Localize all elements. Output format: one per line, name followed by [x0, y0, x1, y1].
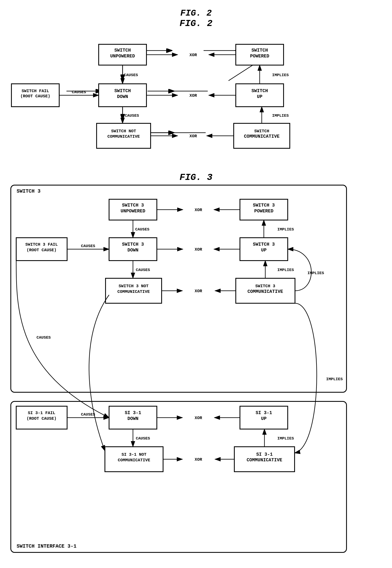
svg-text:DOWN: DOWN: [127, 248, 139, 253]
svg-text:SWITCH 3: SWITCH 3: [122, 203, 144, 208]
svg-text:IMPLIES: IMPLIES: [272, 73, 289, 77]
svg-text:UP: UP: [261, 248, 266, 253]
fig3-diagram: SWITCH 3 UNPOWERED SWITCH 3 POWERED SWIT…: [0, 185, 392, 559]
svg-text:XOR: XOR: [195, 289, 202, 293]
svg-text:UNPOWERED: UNPOWERED: [121, 209, 145, 214]
svg-text:SI 3-1 FAIL: SI 3-1 FAIL: [28, 411, 55, 415]
svg-text:POWERED: POWERED: [254, 209, 273, 214]
svg-text:(ROOT CAUSE): (ROOT CAUSE): [20, 94, 50, 99]
svg-text:SWITCH: SWITCH: [251, 88, 268, 94]
svg-text:UP: UP: [257, 94, 262, 99]
svg-text:CAUSES: CAUSES: [125, 113, 139, 118]
svg-text:XOR: XOR: [189, 134, 197, 138]
svg-text:SI 3-1: SI 3-1: [256, 452, 273, 457]
svg-text:XOR: XOR: [195, 457, 202, 462]
svg-text:IMPLIES: IMPLIES: [277, 268, 294, 272]
svg-text:UP: UP: [261, 416, 266, 421]
svg-text:(ROOT CAUSE): (ROOT CAUSE): [27, 416, 56, 421]
svg-text:SWITCH 3 NOT: SWITCH 3 NOT: [119, 284, 149, 288]
svg-text:CAUSES: CAUSES: [124, 73, 138, 77]
fig2-diagram: SWITCH UNPOWERED SWITCH POWERED SWITCH F…: [0, 31, 392, 164]
svg-text:CAUSES: CAUSES: [136, 268, 150, 272]
svg-text:CAUSES: CAUSES: [81, 412, 95, 417]
svg-text:POWERED: POWERED: [250, 54, 269, 59]
svg-text:DOWN: DOWN: [127, 416, 139, 421]
svg-text:SI 3-1 NOT: SI 3-1 NOT: [122, 452, 146, 457]
svg-text:SI 3-1: SI 3-1: [255, 410, 272, 416]
svg-text:SWITCH: SWITCH: [251, 48, 268, 53]
svg-text:XOR: XOR: [195, 208, 202, 212]
svg-text:SWITCH: SWITCH: [254, 129, 269, 134]
svg-text:SI 3-1: SI 3-1: [125, 410, 141, 416]
svg-text:SWITCH 3: SWITCH 3: [122, 242, 144, 247]
svg-text:SWITCH 3 FAIL: SWITCH 3 FAIL: [25, 242, 58, 247]
fig3-title: FIG. 3: [180, 172, 212, 183]
svg-text:CAUSES: CAUSES: [72, 90, 86, 94]
svg-text:IMPLIES: IMPLIES: [326, 377, 343, 381]
svg-text:COMMUNICATIVE: COMMUNICATIVE: [244, 134, 280, 139]
svg-text:(ROOT CAUSE): (ROOT CAUSE): [27, 248, 56, 253]
svg-text:COMMUNICATIVE: COMMUNICATIVE: [247, 289, 283, 294]
svg-text:COMMUNICATIVE: COMMUNICATIVE: [118, 458, 150, 463]
fig2-title: FIG. 2: [180, 18, 212, 29]
svg-text:COMMUNICATIVE: COMMUNICATIVE: [107, 134, 140, 139]
svg-text:XOR: XOR: [195, 247, 202, 252]
svg-text:XOR: XOR: [189, 93, 197, 98]
svg-text:UNPOWERED: UNPOWERED: [110, 54, 135, 59]
svg-text:DOWN: DOWN: [117, 94, 128, 99]
svg-text:CAUSES: CAUSES: [81, 244, 95, 248]
svg-text:IMPLIES: IMPLIES: [308, 271, 324, 275]
svg-text:COMMUNICATIVE: COMMUNICATIVE: [117, 289, 150, 294]
svg-text:SWITCH NOT: SWITCH NOT: [111, 129, 136, 134]
svg-text:IMPLIES: IMPLIES: [277, 227, 294, 232]
svg-text:SWITCH FAIL: SWITCH FAIL: [22, 89, 49, 93]
svg-text:XOR: XOR: [189, 53, 197, 57]
svg-text:IMPLIES: IMPLIES: [272, 113, 289, 118]
svg-text:COMMUNICATIVE: COMMUNICATIVE: [247, 458, 282, 463]
svg-text:CAUSES: CAUSES: [37, 335, 51, 340]
svg-text:SWITCH: SWITCH: [114, 88, 131, 94]
svg-text:CAUSES: CAUSES: [135, 227, 149, 232]
svg-text:CAUSES: CAUSES: [136, 436, 150, 441]
svg-text:SWITCH 3: SWITCH 3: [255, 284, 275, 288]
svg-text:SWITCH 3: SWITCH 3: [253, 203, 275, 208]
svg-text:XOR: XOR: [195, 416, 202, 420]
svg-text:SWITCH 3: SWITCH 3: [253, 242, 275, 247]
svg-text:IMPLIES: IMPLIES: [277, 436, 294, 441]
svg-text:SWITCH: SWITCH: [114, 48, 131, 53]
